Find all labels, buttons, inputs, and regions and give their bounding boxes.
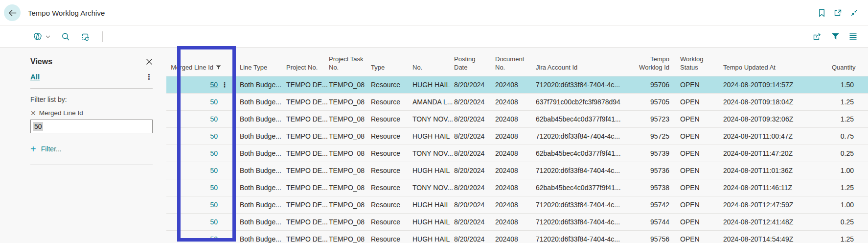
column-header-type[interactable]: Type bbox=[371, 63, 412, 72]
merged-line-id-link[interactable]: 50 bbox=[210, 81, 218, 89]
cell-merged_line_id[interactable]: 50 bbox=[166, 201, 240, 209]
merged-line-id-link[interactable]: 50 bbox=[210, 235, 218, 243]
action-bar-right bbox=[812, 32, 857, 41]
close-filter-pane-icon[interactable] bbox=[146, 58, 153, 65]
refresh-page-icon bbox=[81, 32, 90, 41]
column-header-tempo_worklog_id[interactable]: Tempo Worklog Id bbox=[636, 55, 673, 72]
cell-tempo_updated_at: 2024-08-20T09:32:06Z bbox=[716, 115, 832, 123]
merged-line-id-link[interactable]: 50 bbox=[210, 149, 218, 157]
table-row[interactable]: 50⋮Both Budge...TEMPO DE...TEMPO_08Resou… bbox=[166, 76, 868, 94]
open-in-new-window-icon[interactable] bbox=[834, 9, 842, 17]
refresh-page-button[interactable] bbox=[81, 32, 90, 41]
column-header-label: Quantity bbox=[832, 64, 855, 71]
table-row[interactable]: 50Both Budge...TEMPO DE...TEMPO_08Resour… bbox=[166, 94, 868, 111]
top-bar: Tempo Worklog Archive bbox=[0, 0, 868, 26]
table-row[interactable]: 50Both Budge...TEMPO DE...TEMPO_08Resour… bbox=[166, 111, 868, 128]
cell-line_type: Both Budge... bbox=[240, 132, 286, 140]
view-all-link[interactable]: All bbox=[30, 73, 40, 81]
search-button[interactable] bbox=[61, 32, 70, 41]
merged-line-id-link[interactable]: 50 bbox=[210, 184, 218, 192]
table-row[interactable]: 50Both Budge...TEMPO DE...TEMPO_08Resour… bbox=[166, 162, 868, 179]
cell-project_task_no: TEMPO_08 bbox=[329, 132, 371, 140]
cell-quantity: 1.50 bbox=[832, 81, 868, 89]
collapse-view-icon[interactable] bbox=[850, 9, 858, 17]
column-header-label: Posting Date bbox=[454, 55, 475, 71]
column-header-posting_date[interactable]: Posting Date bbox=[454, 55, 495, 72]
cell-no: TONY NOV... bbox=[412, 184, 454, 192]
cell-worklog_status: OPEN bbox=[673, 98, 716, 106]
merged-line-id-link[interactable]: 50 bbox=[210, 98, 218, 106]
cell-merged_line_id[interactable]: 50 bbox=[166, 218, 240, 226]
add-filter-button[interactable]: + Filter... bbox=[30, 144, 153, 154]
cell-jira_account_id: 712020:d6f33f84-7404-4c... bbox=[536, 201, 636, 209]
cell-project_no: TEMPO DE... bbox=[286, 218, 329, 226]
table-row[interactable]: 50Both Budge...TEMPO DE...TEMPO_08Resour… bbox=[166, 214, 868, 231]
cell-project_no: TEMPO DE... bbox=[286, 184, 329, 192]
cell-merged_line_id[interactable]: 50⋮ bbox=[166, 81, 240, 89]
cell-type: Resource bbox=[371, 81, 412, 89]
column-header-line_type[interactable]: Line Type bbox=[240, 63, 286, 72]
column-header-project_task_no[interactable]: Project Task No. bbox=[329, 55, 371, 72]
cell-merged_line_id[interactable]: 50 bbox=[166, 235, 240, 243]
column-header-jira_account_id[interactable]: Jira Account Id bbox=[536, 63, 636, 72]
bookmark-icon[interactable] bbox=[818, 9, 825, 17]
table-body: 50⋮Both Budge...TEMPO DE...TEMPO_08Resou… bbox=[166, 76, 868, 243]
column-header-label: Line Type bbox=[240, 64, 267, 71]
column-header-label: Jira Account Id bbox=[536, 64, 577, 71]
cell-merged_line_id[interactable]: 50 bbox=[166, 132, 240, 140]
table-row[interactable]: 50Both Budge...TEMPO DE...TEMPO_08Resour… bbox=[166, 196, 868, 214]
column-header-project_no[interactable]: Project No. bbox=[286, 63, 329, 72]
merged-line-id-link[interactable]: 50 bbox=[210, 167, 218, 174]
merged-line-id-link[interactable]: 50 bbox=[210, 218, 218, 226]
action-bar-left bbox=[32, 31, 103, 42]
cell-merged_line_id[interactable]: 50 bbox=[166, 98, 240, 106]
merged-line-id-link[interactable]: 50 bbox=[210, 115, 218, 123]
cell-merged_line_id[interactable]: 50 bbox=[166, 115, 240, 123]
choose-columns-icon[interactable] bbox=[849, 33, 857, 40]
cell-posting_date: 8/20/2024 bbox=[454, 81, 495, 89]
cell-no: HUGH HAIL bbox=[412, 81, 454, 89]
cell-jira_account_id: 62bab45bec4c0d377f9f41... bbox=[536, 184, 636, 192]
view-options-kebab-icon[interactable]: ⋮ bbox=[145, 73, 153, 80]
filter-icon[interactable] bbox=[831, 33, 840, 40]
cell-type: Resource bbox=[371, 167, 412, 174]
remove-filter-icon[interactable]: ✕ bbox=[30, 110, 36, 117]
cell-worklog_status: OPEN bbox=[673, 184, 716, 192]
merged-line-id-link[interactable]: 50 bbox=[210, 201, 218, 209]
record-views-menu-button[interactable] bbox=[32, 32, 50, 41]
cell-project_no: TEMPO DE... bbox=[286, 167, 329, 174]
cell-project_task_no: TEMPO_08 bbox=[329, 201, 371, 209]
cell-tempo_worklog_id: 95736 bbox=[636, 167, 673, 174]
table-row[interactable]: 50Both Budge...TEMPO DE...TEMPO_08Resour… bbox=[166, 179, 868, 196]
share-button[interactable] bbox=[812, 32, 822, 41]
filter-value-input[interactable]: 50 bbox=[30, 120, 153, 133]
cell-merged_line_id[interactable]: 50 bbox=[166, 167, 240, 174]
row-options-kebab-icon[interactable]: ⋮ bbox=[218, 81, 231, 89]
cell-quantity: 1.00 bbox=[832, 167, 868, 174]
cell-posting_date: 8/20/2024 bbox=[454, 235, 495, 243]
cell-project_no: TEMPO DE... bbox=[286, 81, 329, 89]
column-header-quantity[interactable]: Quantity bbox=[832, 63, 868, 72]
table-row[interactable]: 50Both Budge...TEMPO DE...TEMPO_08Resour… bbox=[166, 231, 868, 243]
cell-type: Resource bbox=[371, 132, 412, 140]
cell-merged_line_id[interactable]: 50 bbox=[166, 184, 240, 192]
column-header-no[interactable]: No. bbox=[412, 63, 454, 72]
column-header-merged_line_id[interactable]: Merged Line Id bbox=[166, 63, 240, 72]
top-bar-actions bbox=[818, 0, 858, 25]
column-header-worklog_status[interactable]: Worklog Status bbox=[673, 55, 716, 72]
toolbar-divider bbox=[102, 31, 103, 42]
table-row[interactable]: 50Both Budge...TEMPO DE...TEMPO_08Resour… bbox=[166, 128, 868, 145]
cell-merged_line_id[interactable]: 50 bbox=[166, 149, 240, 157]
cell-type: Resource bbox=[371, 201, 412, 209]
cell-tempo_updated_at: 2024-08-20T11:46:11Z bbox=[716, 184, 832, 192]
cell-jira_account_id: 62bab45bec4c0d377f9f41... bbox=[536, 115, 636, 123]
column-header-document_no[interactable]: Document No. bbox=[495, 55, 536, 72]
back-button[interactable] bbox=[4, 4, 21, 21]
column-header-tempo_updated_at[interactable]: Tempo Updated At bbox=[716, 63, 832, 72]
table-row[interactable]: 50Both Budge...TEMPO DE...TEMPO_08Resour… bbox=[166, 145, 868, 162]
cell-project_no: TEMPO DE... bbox=[286, 235, 329, 243]
cell-tempo_worklog_id: 95705 bbox=[636, 98, 673, 106]
merged-line-id-link[interactable]: 50 bbox=[210, 132, 218, 140]
cell-project_no: TEMPO DE... bbox=[286, 98, 329, 106]
filter-value-text: 50 bbox=[33, 122, 43, 131]
